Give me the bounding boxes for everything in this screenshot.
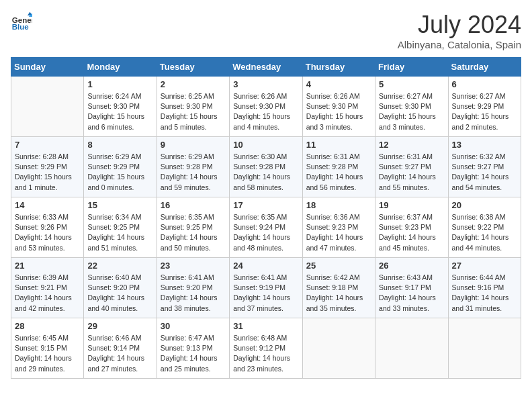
day-info: Sunrise: 6:48 AMSunset: 9:12 PMDaylight:… bbox=[233, 333, 298, 374]
calendar-cell: 11Sunrise: 6:31 AMSunset: 9:28 PMDayligh… bbox=[302, 137, 375, 197]
day-info: Sunrise: 6:34 AMSunset: 9:25 PMDaylight:… bbox=[87, 212, 152, 253]
day-number: 11 bbox=[306, 140, 371, 150]
day-info: Sunrise: 6:42 AMSunset: 9:18 PMDaylight:… bbox=[306, 273, 371, 314]
weekday-header-monday: Monday bbox=[84, 58, 157, 77]
day-number: 18 bbox=[306, 200, 371, 210]
day-info: Sunrise: 6:37 AMSunset: 9:23 PMDaylight:… bbox=[379, 212, 444, 253]
day-info: Sunrise: 6:45 AMSunset: 9:15 PMDaylight:… bbox=[15, 333, 80, 374]
calendar-cell: 25Sunrise: 6:42 AMSunset: 9:18 PMDayligh… bbox=[302, 258, 375, 318]
calendar-cell: 7Sunrise: 6:28 AMSunset: 9:29 PMDaylight… bbox=[11, 137, 84, 197]
day-number: 20 bbox=[452, 200, 517, 210]
day-number: 27 bbox=[452, 261, 517, 271]
day-info: Sunrise: 6:35 AMSunset: 9:25 PMDaylight:… bbox=[161, 212, 226, 253]
day-info: Sunrise: 6:39 AMSunset: 9:21 PMDaylight:… bbox=[15, 273, 80, 314]
day-info: Sunrise: 6:33 AMSunset: 9:26 PMDaylight:… bbox=[15, 212, 80, 253]
day-info: Sunrise: 6:30 AMSunset: 9:28 PMDaylight:… bbox=[233, 152, 298, 193]
calendar-cell: 14Sunrise: 6:33 AMSunset: 9:26 PMDayligh… bbox=[11, 197, 84, 258]
calendar-cell: 29Sunrise: 6:46 AMSunset: 9:14 PMDayligh… bbox=[84, 318, 157, 379]
calendar-cell: 27Sunrise: 6:44 AMSunset: 9:16 PMDayligh… bbox=[448, 258, 521, 318]
weekday-header-tuesday: Tuesday bbox=[157, 58, 229, 77]
calendar-cell: 16Sunrise: 6:35 AMSunset: 9:25 PMDayligh… bbox=[157, 197, 229, 258]
calendar-cell: 18Sunrise: 6:36 AMSunset: 9:23 PMDayligh… bbox=[302, 197, 375, 258]
calendar-cell: 6Sunrise: 6:27 AMSunset: 9:29 PMDaylight… bbox=[448, 77, 521, 137]
calendar-week-row: 7Sunrise: 6:28 AMSunset: 9:29 PMDaylight… bbox=[11, 137, 521, 197]
calendar-cell bbox=[448, 318, 521, 379]
calendar-cell: 23Sunrise: 6:41 AMSunset: 9:20 PMDayligh… bbox=[157, 258, 229, 318]
day-number: 14 bbox=[15, 200, 80, 210]
day-number: 31 bbox=[233, 321, 298, 331]
calendar-cell bbox=[375, 318, 448, 379]
day-info: Sunrise: 6:29 AMSunset: 9:28 PMDaylight:… bbox=[161, 152, 226, 193]
calendar-cell: 13Sunrise: 6:32 AMSunset: 9:27 PMDayligh… bbox=[448, 137, 521, 197]
svg-text:Blue: Blue bbox=[12, 23, 30, 31]
day-number: 26 bbox=[379, 261, 444, 271]
calendar-week-row: 14Sunrise: 6:33 AMSunset: 9:26 PMDayligh… bbox=[11, 197, 521, 258]
calendar-week-row: 1Sunrise: 6:24 AMSunset: 9:30 PMDaylight… bbox=[11, 77, 521, 137]
logo-icon: General Blue bbox=[11, 11, 32, 32]
calendar-cell: 3Sunrise: 6:26 AMSunset: 9:30 PMDaylight… bbox=[230, 77, 302, 137]
day-number: 10 bbox=[233, 140, 298, 150]
calendar-cell: 15Sunrise: 6:34 AMSunset: 9:25 PMDayligh… bbox=[84, 197, 157, 258]
calendar-cell: 4Sunrise: 6:26 AMSunset: 9:30 PMDaylight… bbox=[302, 77, 375, 137]
day-info: Sunrise: 6:31 AMSunset: 9:27 PMDaylight:… bbox=[379, 152, 444, 193]
day-info: Sunrise: 6:27 AMSunset: 9:29 PMDaylight:… bbox=[452, 91, 517, 132]
day-number: 16 bbox=[161, 200, 226, 210]
calendar-cell: 22Sunrise: 6:40 AMSunset: 9:20 PMDayligh… bbox=[84, 258, 157, 318]
day-info: Sunrise: 6:24 AMSunset: 9:30 PMDaylight:… bbox=[87, 91, 152, 132]
day-info: Sunrise: 6:41 AMSunset: 9:20 PMDaylight:… bbox=[161, 273, 226, 314]
weekday-header-wednesday: Wednesday bbox=[230, 58, 302, 77]
day-info: Sunrise: 6:47 AMSunset: 9:13 PMDaylight:… bbox=[161, 333, 226, 374]
logo: General Blue bbox=[11, 11, 32, 32]
calendar-cell: 10Sunrise: 6:30 AMSunset: 9:28 PMDayligh… bbox=[230, 137, 302, 197]
location-subtitle: Albinyana, Catalonia, Spain bbox=[398, 39, 521, 50]
calendar-body: 1Sunrise: 6:24 AMSunset: 9:30 PMDaylight… bbox=[11, 77, 521, 379]
calendar-cell: 20Sunrise: 6:38 AMSunset: 9:22 PMDayligh… bbox=[448, 197, 521, 258]
calendar-cell: 21Sunrise: 6:39 AMSunset: 9:21 PMDayligh… bbox=[11, 258, 84, 318]
day-number: 23 bbox=[161, 261, 226, 271]
calendar-cell: 9Sunrise: 6:29 AMSunset: 9:28 PMDaylight… bbox=[157, 137, 229, 197]
day-info: Sunrise: 6:31 AMSunset: 9:28 PMDaylight:… bbox=[306, 152, 371, 193]
day-number: 1 bbox=[87, 79, 152, 89]
day-number: 15 bbox=[87, 200, 152, 210]
day-number: 12 bbox=[379, 140, 444, 150]
calendar-table: SundayMondayTuesdayWednesdayThursdayFrid… bbox=[11, 57, 521, 379]
day-number: 30 bbox=[161, 321, 226, 331]
day-number: 28 bbox=[15, 321, 80, 331]
day-number: 17 bbox=[233, 200, 298, 210]
day-info: Sunrise: 6:27 AMSunset: 9:30 PMDaylight:… bbox=[379, 91, 444, 132]
day-number: 22 bbox=[87, 261, 152, 271]
day-info: Sunrise: 6:38 AMSunset: 9:22 PMDaylight:… bbox=[452, 212, 517, 253]
day-info: Sunrise: 6:40 AMSunset: 9:20 PMDaylight:… bbox=[87, 273, 152, 314]
calendar-cell: 8Sunrise: 6:29 AMSunset: 9:29 PMDaylight… bbox=[84, 137, 157, 197]
day-info: Sunrise: 6:41 AMSunset: 9:19 PMDaylight:… bbox=[233, 273, 298, 314]
calendar-cell: 1Sunrise: 6:24 AMSunset: 9:30 PMDaylight… bbox=[84, 77, 157, 137]
day-number: 25 bbox=[306, 261, 371, 271]
day-number: 8 bbox=[87, 140, 152, 150]
title-block: July 2024 Albinyana, Catalonia, Spain bbox=[398, 11, 521, 50]
day-number: 19 bbox=[379, 200, 444, 210]
calendar-cell: 31Sunrise: 6:48 AMSunset: 9:12 PMDayligh… bbox=[230, 318, 302, 379]
calendar-header: SundayMondayTuesdayWednesdayThursdayFrid… bbox=[11, 58, 521, 77]
calendar-cell: 12Sunrise: 6:31 AMSunset: 9:27 PMDayligh… bbox=[375, 137, 448, 197]
day-number: 29 bbox=[87, 321, 152, 331]
weekday-header-saturday: Saturday bbox=[448, 58, 521, 77]
day-info: Sunrise: 6:36 AMSunset: 9:23 PMDaylight:… bbox=[306, 212, 371, 253]
day-number: 24 bbox=[233, 261, 298, 271]
calendar-cell: 19Sunrise: 6:37 AMSunset: 9:23 PMDayligh… bbox=[375, 197, 448, 258]
calendar-week-row: 21Sunrise: 6:39 AMSunset: 9:21 PMDayligh… bbox=[11, 258, 521, 318]
day-number: 5 bbox=[379, 79, 444, 89]
day-info: Sunrise: 6:25 AMSunset: 9:30 PMDaylight:… bbox=[161, 91, 226, 132]
calendar-cell: 17Sunrise: 6:35 AMSunset: 9:24 PMDayligh… bbox=[230, 197, 302, 258]
day-number: 13 bbox=[452, 140, 517, 150]
day-info: Sunrise: 6:28 AMSunset: 9:29 PMDaylight:… bbox=[15, 152, 80, 193]
weekday-header-row: SundayMondayTuesdayWednesdayThursdayFrid… bbox=[11, 58, 521, 77]
day-info: Sunrise: 6:26 AMSunset: 9:30 PMDaylight:… bbox=[306, 91, 371, 132]
calendar-week-row: 28Sunrise: 6:45 AMSunset: 9:15 PMDayligh… bbox=[11, 318, 521, 379]
day-info: Sunrise: 6:32 AMSunset: 9:27 PMDaylight:… bbox=[452, 152, 517, 193]
day-info: Sunrise: 6:44 AMSunset: 9:16 PMDaylight:… bbox=[452, 273, 517, 314]
weekday-header-thursday: Thursday bbox=[302, 58, 375, 77]
day-info: Sunrise: 6:43 AMSunset: 9:17 PMDaylight:… bbox=[379, 273, 444, 314]
calendar-cell bbox=[11, 77, 84, 137]
day-info: Sunrise: 6:35 AMSunset: 9:24 PMDaylight:… bbox=[233, 212, 298, 253]
day-number: 9 bbox=[161, 140, 226, 150]
